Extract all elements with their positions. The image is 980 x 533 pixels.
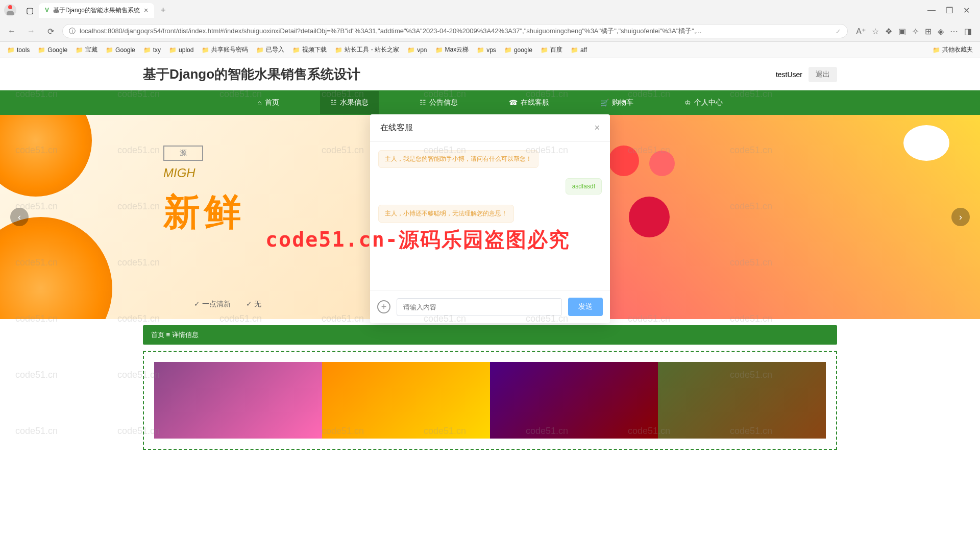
url-box[interactable]: ⓘ localhost:8080/djangoqrs54/front/dist/…	[62, 24, 848, 38]
back-button[interactable]: ←	[4, 23, 19, 39]
sync-icon[interactable]: ❖	[885, 27, 892, 36]
bookmark-item[interactable]: 📁aff	[568, 43, 590, 56]
bookmark-item[interactable]: 📁tools	[4, 43, 33, 56]
app-icon[interactable]: ⊞	[925, 27, 932, 36]
bookmark-item[interactable]: 📁百度	[537, 43, 566, 56]
bookmark-item[interactable]: 📁Google	[35, 43, 70, 56]
folder-icon: 📁	[256, 46, 264, 54]
tab-bar: ▢ V 基于Django的智能水果销售系统 × + — ❐ ✕	[0, 0, 980, 20]
bookmark-item[interactable]: 📁Max云梯	[432, 43, 472, 56]
profile-icon[interactable]	[4, 4, 16, 16]
folder-icon: 📁	[571, 46, 578, 54]
favorite-icon[interactable]: ☆	[872, 27, 879, 36]
read-aloud-icon[interactable]: A⁺	[856, 27, 866, 36]
address-bar: ← → ⟳ ⓘ localhost:8080/djangoqrs54/front…	[0, 20, 980, 42]
translate-icon[interactable]: ⟋	[835, 28, 841, 35]
folder-icon: 📁	[143, 46, 151, 54]
address-icons: A⁺ ☆ ❖ ▣ ✧ ⊞ ◈ ⋯ ◨	[852, 27, 976, 36]
close-window-icon[interactable]: ✕	[963, 6, 970, 15]
bookmark-item[interactable]: 📁宝藏	[72, 43, 101, 56]
maximize-icon[interactable]: ❐	[946, 6, 953, 15]
url-text: localhost:8080/djangoqrs54/front/dist/in…	[80, 27, 830, 36]
modal-close-button[interactable]: ×	[594, 123, 600, 133]
tab-close-icon[interactable]: ×	[144, 6, 148, 14]
chat-input[interactable]	[397, 298, 562, 316]
folder-icon: 📁	[202, 46, 209, 54]
info-icon[interactable]: ⓘ	[69, 27, 76, 36]
folder-icon: 📁	[106, 46, 113, 54]
other-bookmarks[interactable]: 📁 其他收藏夹	[929, 43, 976, 56]
new-tab-button[interactable]: +	[156, 5, 170, 16]
chat-area[interactable]: 主人，我是您的智能助手小博，请问有什么可以帮您！ asdfasdf 主人，小博还…	[370, 142, 610, 290]
folder-icon: 📁	[477, 46, 484, 54]
chat-message-user: asdfasdf	[378, 178, 602, 195]
bookmark-item[interactable]: 📁vps	[474, 43, 499, 56]
bookmark-item[interactable]: 📁google	[501, 43, 535, 56]
window-controls: — ❐ ✕	[927, 6, 976, 15]
folder-icon: 📁	[933, 46, 940, 54]
folder-icon: 📁	[292, 46, 300, 54]
modal-header: 在线客服 ×	[370, 114, 610, 142]
bookmark-item[interactable]: 📁uplod	[166, 43, 197, 56]
bookmark-item[interactable]: 📁站长工具 - 站长之家	[332, 43, 402, 56]
bookmark-item[interactable]: 📁共享账号密码	[199, 43, 251, 56]
folder-icon: 📁	[7, 46, 15, 54]
vpn-icon[interactable]: ◈	[938, 27, 944, 36]
browser-chrome: ▢ V 基于Django的智能水果销售系统 × + — ❐ ✕ ← → ⟳ ⓘ …	[0, 0, 980, 42]
folder-icon: 📁	[335, 46, 342, 54]
extensions-icon[interactable]: ▣	[898, 27, 906, 36]
chat-modal: 在线客服 × 主人，我是您的智能助手小博，请问有什么可以帮您！ asdfasdf…	[370, 114, 610, 323]
page-content: 基于Django的智能水果销售系统设计 testUser 退出 ⌂首页 ☳水果信…	[0, 58, 980, 533]
tab-title: 基于Django的智能水果销售系统	[53, 6, 140, 15]
modal-footer: + 发送	[370, 290, 610, 323]
tab-manager-icon[interactable]: ▢	[22, 3, 37, 17]
collections-icon[interactable]: ✧	[912, 27, 919, 36]
sidebar-icon[interactable]: ◨	[964, 27, 972, 36]
browser-tab[interactable]: V 基于Django的智能水果销售系统 ×	[39, 3, 154, 18]
add-attachment-button[interactable]: +	[377, 300, 390, 313]
more-icon[interactable]: ⋯	[950, 27, 958, 36]
folder-icon: 📁	[504, 46, 512, 54]
folder-icon: 📁	[435, 46, 443, 54]
modal-title: 在线客服	[380, 123, 413, 133]
modal-overlay: 在线客服 × 主人，我是您的智能助手小博，请问有什么可以帮您！ asdfasdf…	[0, 58, 980, 533]
tab-favicon-icon: V	[45, 7, 49, 14]
refresh-button[interactable]: ⟳	[43, 23, 58, 39]
folder-icon: 📁	[76, 46, 83, 54]
bookmarks-bar: 📁tools📁Google📁宝藏📁Google📁txy📁uplod📁共享账号密码…	[0, 42, 980, 58]
chat-message-bot: 主人，小博还不够聪明，无法理解您的意思！	[378, 205, 602, 223]
chat-message-bot: 主人，我是您的智能助手小博，请问有什么可以帮您！	[378, 150, 602, 168]
bookmark-item[interactable]: 📁vpn	[404, 43, 430, 56]
bookmark-item[interactable]: 📁已导入	[253, 43, 287, 56]
send-button[interactable]: 发送	[568, 298, 603, 316]
folder-icon: 📁	[169, 46, 177, 54]
folder-icon: 📁	[541, 46, 548, 54]
minimize-icon[interactable]: —	[927, 6, 936, 15]
forward-button: →	[23, 23, 39, 39]
bookmark-item[interactable]: 📁视频下载	[289, 43, 330, 56]
bookmark-item[interactable]: 📁Google	[103, 43, 138, 56]
folder-icon: 📁	[38, 46, 45, 54]
folder-icon: 📁	[407, 46, 415, 54]
bookmark-item[interactable]: 📁txy	[140, 43, 164, 56]
